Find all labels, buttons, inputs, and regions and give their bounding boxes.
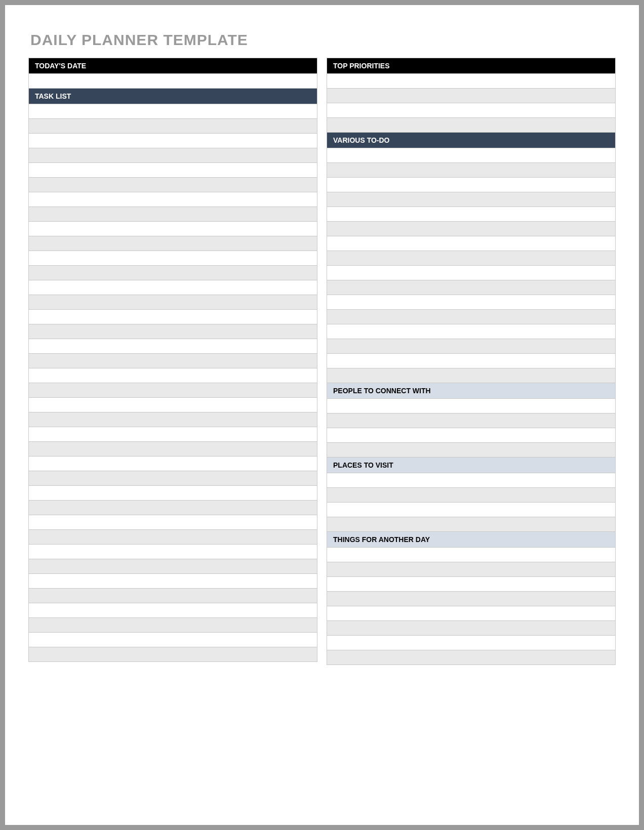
task-row[interactable] <box>28 398 317 412</box>
task-row[interactable] <box>28 236 317 251</box>
task-row[interactable] <box>28 383 317 398</box>
another-day-row[interactable] <box>327 606 616 621</box>
people-row[interactable] <box>327 443 616 458</box>
another-day-row[interactable] <box>327 562 616 577</box>
task-row[interactable] <box>28 295 317 310</box>
task-list-header: TASK LIST <box>28 89 317 104</box>
task-row[interactable] <box>28 515 317 530</box>
todo-row[interactable] <box>327 266 616 280</box>
task-row[interactable] <box>28 647 317 662</box>
todo-row[interactable] <box>327 207 616 222</box>
task-row[interactable] <box>28 207 317 222</box>
task-row[interactable] <box>28 104 317 119</box>
places-row[interactable] <box>327 488 616 503</box>
task-row[interactable] <box>28 280 317 295</box>
todo-row[interactable] <box>327 178 616 192</box>
another-day-row[interactable] <box>327 636 616 650</box>
todo-row[interactable] <box>327 310 616 324</box>
things-another-day-header: THINGS FOR ANOTHER DAY <box>327 532 616 548</box>
task-row[interactable] <box>28 589 317 603</box>
task-row[interactable] <box>28 251 317 266</box>
page-title: DAILY PLANNER TEMPLATE <box>30 31 616 49</box>
people-row[interactable] <box>327 428 616 443</box>
another-day-row[interactable] <box>327 577 616 592</box>
priority-row[interactable] <box>327 118 616 133</box>
another-day-row[interactable] <box>327 621 616 636</box>
people-connect-header: PEOPLE TO CONNECT WITH <box>327 383 616 399</box>
people-row[interactable] <box>327 399 616 413</box>
columns: TODAY'S DATE TASK LIST <box>28 58 616 665</box>
task-row[interactable] <box>28 412 317 427</box>
task-row[interactable] <box>28 486 317 501</box>
todays-date-header: TODAY'S DATE <box>28 58 317 74</box>
todo-row[interactable] <box>327 354 616 368</box>
task-row[interactable] <box>28 148 317 163</box>
todo-row[interactable] <box>327 148 616 163</box>
right-column: TOP PRIORITIES VARIOUS TO-DO PEOPLE TO C… <box>327 58 616 665</box>
task-row[interactable] <box>28 178 317 192</box>
todo-row[interactable] <box>327 295 616 310</box>
priority-row[interactable] <box>327 74 616 89</box>
todo-row[interactable] <box>327 368 616 383</box>
task-row[interactable] <box>28 633 317 647</box>
task-row[interactable] <box>28 192 317 207</box>
todo-row[interactable] <box>327 192 616 207</box>
people-row[interactable] <box>327 413 616 428</box>
task-row[interactable] <box>28 266 317 280</box>
task-row[interactable] <box>28 574 317 589</box>
task-row[interactable] <box>28 501 317 515</box>
todays-date-row[interactable] <box>28 74 317 89</box>
todo-row[interactable] <box>327 251 616 266</box>
task-row[interactable] <box>28 119 317 134</box>
task-row[interactable] <box>28 442 317 456</box>
task-row[interactable] <box>28 427 317 442</box>
todo-row[interactable] <box>327 222 616 236</box>
task-row[interactable] <box>28 368 317 383</box>
left-column: TODAY'S DATE TASK LIST <box>28 58 317 665</box>
task-row[interactable] <box>28 559 317 574</box>
task-row[interactable] <box>28 456 317 471</box>
todo-row[interactable] <box>327 280 616 295</box>
task-row[interactable] <box>28 339 317 354</box>
task-row[interactable] <box>28 310 317 324</box>
places-row[interactable] <box>327 517 616 532</box>
task-row[interactable] <box>28 163 317 178</box>
todo-row[interactable] <box>327 163 616 178</box>
task-row[interactable] <box>28 471 317 486</box>
page: DAILY PLANNER TEMPLATE TODAY'S DATE TASK… <box>5 5 639 825</box>
priority-row[interactable] <box>327 89 616 103</box>
places-row[interactable] <box>327 473 616 488</box>
task-row[interactable] <box>28 134 317 148</box>
task-row[interactable] <box>28 545 317 559</box>
places-visit-header: PLACES TO VISIT <box>327 458 616 473</box>
task-row[interactable] <box>28 354 317 368</box>
task-row[interactable] <box>28 324 317 339</box>
todo-row[interactable] <box>327 236 616 251</box>
todo-row[interactable] <box>327 324 616 339</box>
todo-row[interactable] <box>327 339 616 354</box>
top-priorities-header: TOP PRIORITIES <box>327 58 616 74</box>
task-row[interactable] <box>28 222 317 236</box>
priority-row[interactable] <box>327 103 616 118</box>
another-day-row[interactable] <box>327 650 616 665</box>
places-row[interactable] <box>327 503 616 517</box>
another-day-row[interactable] <box>327 548 616 562</box>
another-day-row[interactable] <box>327 592 616 606</box>
task-row[interactable] <box>28 603 317 618</box>
task-row[interactable] <box>28 618 317 633</box>
task-row[interactable] <box>28 530 317 545</box>
various-todo-header: VARIOUS TO-DO <box>327 133 616 148</box>
